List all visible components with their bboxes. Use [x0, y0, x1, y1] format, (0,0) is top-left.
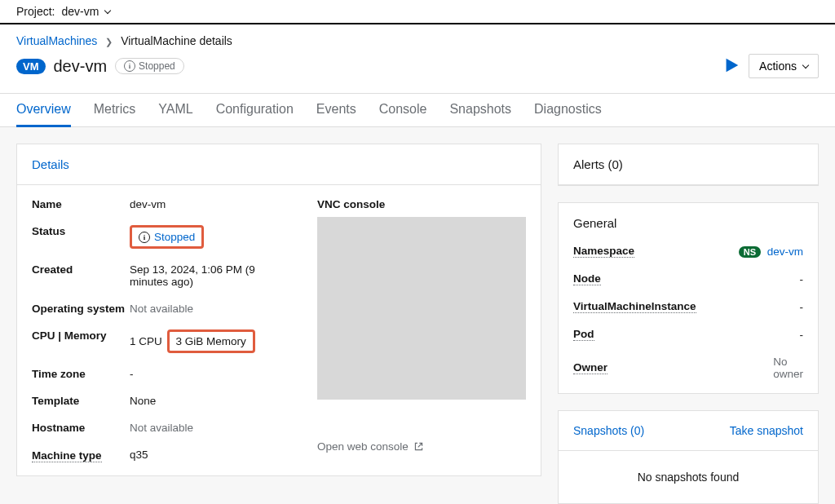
general-title: General [573, 216, 803, 230]
tab-events[interactable]: Events [316, 94, 356, 126]
label-hostname: Hostname [32, 422, 130, 434]
snapshots-empty: No snapshots found [559, 451, 818, 503]
label-owner: Owner [573, 361, 607, 374]
value-node: - [800, 273, 804, 285]
alerts-card: Alerts (0) [558, 144, 819, 186]
info-icon [124, 60, 135, 72]
value-os: Not available [130, 303, 285, 315]
play-icon [722, 56, 740, 74]
external-link-icon [413, 441, 424, 452]
label-machinetype: Machine type [32, 449, 102, 462]
actions-button[interactable]: Actions [749, 54, 819, 78]
status-badge: Stopped [115, 58, 184, 74]
namespace-link[interactable]: dev-vm [767, 245, 803, 258]
label-created: Created [32, 263, 130, 276]
chevron-down-icon [802, 62, 809, 69]
label-timezone: Time zone [32, 368, 130, 380]
snapshots-title[interactable]: Snapshots (0) [573, 424, 644, 437]
label-pod: Pod [573, 328, 594, 341]
value-memory: 3 GiB Memory [176, 335, 246, 347]
project-label: Project: [16, 5, 55, 18]
open-web-console[interactable]: Open web console [317, 440, 424, 453]
info-icon [139, 232, 150, 243]
project-name: dev-vm [61, 5, 99, 18]
tab-diagnostics[interactable]: Diagnostics [534, 94, 602, 126]
actions-label: Actions [759, 60, 797, 73]
project-selector[interactable]: Project: dev-vm [0, 0, 835, 24]
label-template: Template [32, 395, 130, 407]
value-created: Sep 13, 2024, 1:06 PM (9 minutes ago) [130, 263, 285, 288]
vm-badge: VM [16, 59, 46, 74]
value-name: dev-vm [130, 198, 285, 210]
breadcrumb: VirtualMachines ❯ VirtualMachine details [16, 34, 819, 47]
alerts-header[interactable]: Alerts (0) [559, 144, 818, 185]
tab-metrics[interactable]: Metrics [94, 94, 136, 126]
label-name: Name [32, 198, 130, 210]
tab-yaml[interactable]: YAML [158, 94, 192, 126]
page-title: dev-vm [54, 57, 108, 76]
label-status: Status [32, 225, 130, 237]
status-link[interactable]: Stopped [154, 231, 195, 243]
value-timezone: - [130, 368, 285, 380]
value-owner: No owner [773, 356, 803, 380]
take-snapshot-button[interactable]: Take snapshot [730, 424, 803, 437]
details-card: Details Name dev-vm Status [16, 144, 541, 476]
snapshots-card: Snapshots (0) Take snapshot No snapshots… [558, 410, 819, 504]
vnc-title: VNC console [317, 198, 526, 210]
breadcrumb-parent[interactable]: VirtualMachines [16, 34, 97, 47]
chevron-down-icon [104, 7, 111, 14]
tab-console[interactable]: Console [379, 94, 427, 126]
value-hostname: Not available [130, 422, 285, 434]
status-highlight: Stopped [130, 225, 204, 249]
details-header[interactable]: Details [17, 144, 541, 185]
memory-highlight: 3 GiB Memory [167, 329, 255, 353]
label-node: Node [573, 272, 601, 285]
tab-configuration[interactable]: Configuration [216, 94, 294, 126]
start-button[interactable] [722, 56, 740, 77]
label-namespace: Namespace [573, 245, 634, 258]
value-cpumem: 1 CPU 3 GiB Memory [130, 329, 285, 353]
label-cpumem: CPU | Memory [32, 329, 130, 342]
chevron-right-icon: ❯ [105, 37, 113, 46]
status-text: Stopped [139, 60, 175, 72]
value-pod: - [800, 329, 804, 341]
label-os: Operating system [32, 303, 130, 315]
vnc-console [317, 217, 526, 400]
ns-badge: NS [739, 246, 761, 258]
tab-snapshots[interactable]: Snapshots [449, 94, 511, 126]
breadcrumb-current: VirtualMachine details [121, 34, 232, 47]
tab-overview[interactable]: Overview [16, 94, 71, 127]
value-machinetype: q35 [130, 449, 285, 461]
value-template: None [130, 395, 285, 407]
tabs: Overview Metrics YAML Configuration Even… [0, 94, 835, 127]
value-vmi: - [800, 301, 804, 313]
label-vmi: VirtualMachineInstance [573, 300, 696, 313]
vnc-link-text: Open web console [317, 440, 409, 453]
value-cpu: 1 CPU [130, 335, 162, 347]
general-card: General Namespace NS dev-vm Node - Virtu… [558, 202, 819, 394]
